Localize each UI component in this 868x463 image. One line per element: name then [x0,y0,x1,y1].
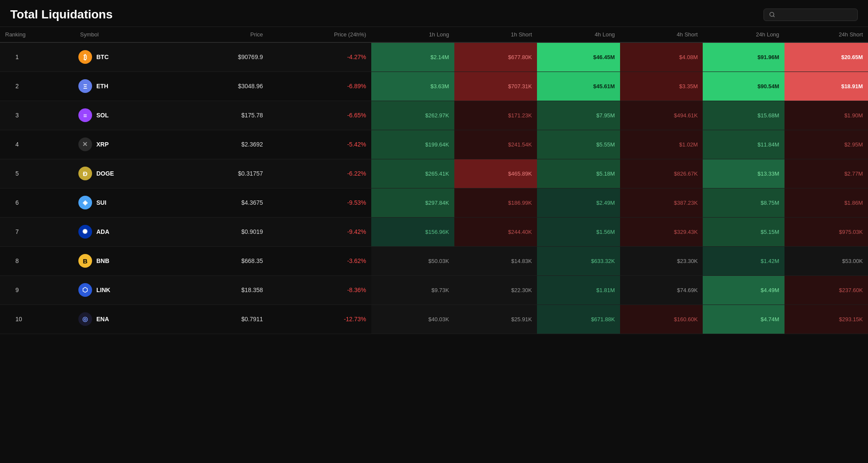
table-cell: $3.63M [371,72,454,101]
coin-symbol: SUI [96,199,106,206]
table-cell: $633.32K [537,246,620,275]
col-symbol: Symbol [75,27,182,42]
rank-value: 8 [15,257,26,264]
table-cell: $25.91K [454,305,537,334]
rank-cell: 10 [0,305,75,334]
price-change-cell: -9.53% [268,188,371,217]
price-change-cell: -4.27% [268,42,371,72]
coin-symbol: LINK [96,287,110,293]
price-cell: $668.35 [182,246,268,275]
search-box[interactable] [764,9,858,21]
table-cell: $14.83K [454,246,537,275]
col-24h-long: 24h Long [703,27,784,42]
coin-icon: ✕ [78,137,92,151]
table-cell: $329.43K [620,217,703,246]
symbol-cell: ₿BTC [75,42,182,72]
table-cell: $2.49M [537,188,620,217]
table-cell: $297.84K [371,188,454,217]
table-row: 6◈SUI$4.3675-9.53%$297.84K$186.99K$2.49M… [0,188,868,217]
table-cell: $5.55M [537,130,620,159]
table-cell: $160.60K [620,305,703,334]
price-change-cell: -5.42% [268,130,371,159]
rank-cell: 5 [0,159,75,188]
price-cell: $4.3675 [182,188,268,217]
symbol-cell: BBNB [75,246,182,275]
table-cell: $22.30K [454,275,537,305]
liquidations-table: Ranking Symbol Price Price (24h%) 1h Lon… [0,27,868,334]
table-cell: $15.68M [703,101,784,130]
coin-symbol: ENA [96,316,109,323]
table-cell: $45.61M [537,72,620,101]
table-cell: $465.89K [454,159,537,188]
table-cell: $8.75M [703,188,784,217]
table-cell: $244.40K [454,217,537,246]
table-row: 10◎ENA$0.7911-12.73%$40.03K$25.91K$671.8… [0,305,868,334]
table-cell: $4.08M [620,42,703,72]
table-cell: $4.49M [703,275,784,305]
table-row: 2ΞETH$3048.96-6.89%$3.63M$707.31K$45.61M… [0,72,868,101]
table-cell: $293.15K [784,305,868,334]
price-cell: $2.3692 [182,130,268,159]
table-row: 3≡SOL$175.78-6.65%$262.97K$171.23K$7.95M… [0,101,868,130]
coin-icon: B [78,254,92,268]
rank-value: 6 [15,199,26,206]
table-cell: $2.77M [784,159,868,188]
coin-symbol: ADA [96,228,109,235]
coin-icon: Ð [78,167,92,180]
rank-cell: 3 [0,101,75,130]
coin-symbol: XRP [96,141,109,148]
symbol-cell: ≡SOL [75,101,182,130]
table-cell: $4.74M [703,305,784,334]
symbol-cell: ⬡LINK [75,275,182,305]
table-cell: $2.14M [371,42,454,72]
rank-cell: 8 [0,246,75,275]
col-ranking: Ranking [0,27,75,42]
table-cell: $199.64K [371,130,454,159]
table-cell: $13.33M [703,159,784,188]
table-cell: $494.61K [620,101,703,130]
rank-value: 7 [15,228,26,235]
coin-icon: ₿ [78,50,92,64]
table-cell: $5.15M [703,217,784,246]
coin-symbol: BTC [96,54,109,60]
rank-value: 5 [15,170,26,177]
search-input[interactable] [778,12,852,18]
table-cell: $53.00K [784,246,868,275]
price-cell: $90769.9 [182,42,268,72]
price-change-cell: -6.65% [268,101,371,130]
symbol-cell: ÐDOGE [75,159,182,188]
table-body: 1₿BTC$90769.9-4.27%$2.14M$677.80K$46.45M… [0,42,868,334]
table-cell: $1.02M [620,130,703,159]
symbol-cell: ✺ADA [75,217,182,246]
col-24h-short: 24h Short [784,27,868,42]
table-cell: $50.03K [371,246,454,275]
table-cell: $74.69K [620,275,703,305]
coin-symbol: SOL [96,112,109,119]
coin-icon: ✺ [78,225,92,239]
table-cell: $387.23K [620,188,703,217]
table-cell: $241.54K [454,130,537,159]
symbol-cell: ◈SUI [75,188,182,217]
table-cell: $7.95M [537,101,620,130]
table-cell: $265.41K [371,159,454,188]
table-cell: $18.91M [784,72,868,101]
table-cell: $237.60K [784,275,868,305]
col-price-change: Price (24h%) [268,27,371,42]
table-cell: $171.23K [454,101,537,130]
rank-cell: 7 [0,217,75,246]
table-cell: $46.45M [537,42,620,72]
symbol-cell: ΞETH [75,72,182,101]
rank-cell: 2 [0,72,75,101]
coin-symbol: ETH [96,83,108,90]
page-header: Total Liquidations [0,0,868,27]
rank-value: 10 [15,316,26,323]
table-row: 9⬡LINK$18.358-8.36%$9.73K$22.30K$1.81M$7… [0,275,868,305]
price-change-cell: -3.62% [268,246,371,275]
rank-value: 1 [15,54,26,60]
col-1h-short: 1h Short [454,27,537,42]
table-cell: $91.96M [703,42,784,72]
col-4h-short: 4h Short [620,27,703,42]
rank-value: 3 [15,112,26,119]
col-4h-long: 4h Long [537,27,620,42]
table-cell: $186.99K [454,188,537,217]
